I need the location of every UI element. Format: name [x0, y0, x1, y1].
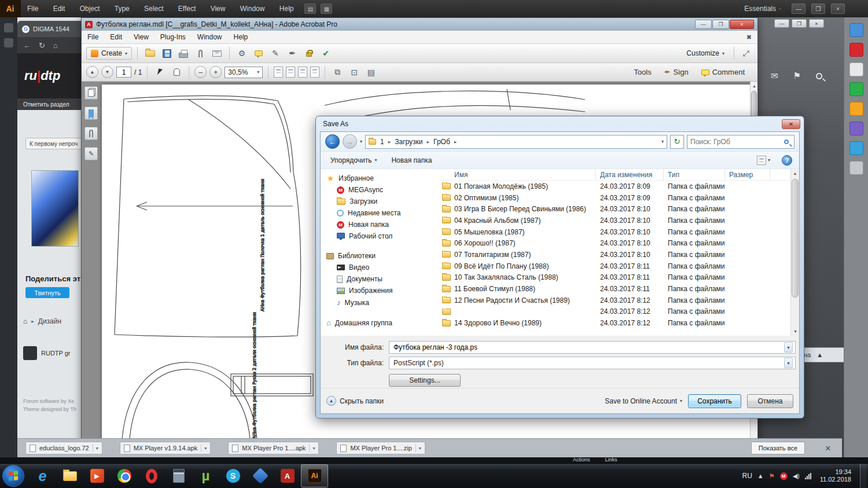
continuous-view-icon[interactable]: [286, 67, 295, 78]
show-desktop-button[interactable]: [860, 464, 867, 488]
sidebar-item-downloads[interactable]: Загрузки: [321, 196, 439, 207]
ai-maximize-button[interactable]: ❐: [811, 3, 825, 14]
sidebar-tool-icon[interactable]: [4, 38, 13, 47]
fit-page-icon[interactable]: [310, 67, 319, 78]
megasync-tray-icon[interactable]: M: [780, 472, 788, 480]
search-input[interactable]: [690, 138, 784, 146]
chevron-down-icon[interactable]: ▾: [415, 444, 421, 452]
home-icon[interactable]: ⌂: [53, 41, 58, 50]
side-tool-icon[interactable]: [849, 122, 863, 135]
acrobat-titlebar[interactable]: A Футболка реглан.mdl [C__grafis_Detki_M…: [82, 18, 757, 31]
settings-button[interactable]: Settings...: [389, 374, 461, 387]
history-chevron-icon[interactable]: ▾: [360, 139, 362, 144]
download-item[interactable]: MX Player Pro 1....apk ▾: [228, 442, 319, 454]
menu-help[interactable]: Help: [228, 33, 254, 41]
column-header-name[interactable]: Имя: [439, 169, 596, 180]
previous-page-icon[interactable]: ▲: [86, 66, 98, 78]
email-icon[interactable]: [210, 46, 224, 60]
flag-icon[interactable]: ⚑: [769, 472, 775, 480]
first-unread-button[interactable]: К первому непроч: [25, 138, 84, 149]
new-folder-button[interactable]: Новая папка: [391, 156, 432, 164]
file-row[interactable]: 04 Красный Альбом (1987)24.03.2017 8:10П…: [439, 215, 790, 226]
scroll-up-icon[interactable]: ▲: [816, 351, 823, 358]
page-number-input[interactable]: [116, 67, 131, 78]
language-indicator[interactable]: RU: [742, 472, 752, 480]
taskbar-ie-icon[interactable]: e: [29, 464, 56, 487]
file-row[interactable]: 01 Поганая Молодёжь (1985)24.03.2017 8:0…: [439, 181, 790, 192]
close-icon[interactable]: ✕: [822, 444, 834, 453]
ai-menu-edit[interactable]: Edit: [47, 0, 72, 17]
two-page-view-icon[interactable]: ⧉: [330, 65, 344, 79]
refresh-icon[interactable]: ↻: [670, 135, 684, 149]
chevron-down-icon[interactable]: ▾: [309, 444, 315, 452]
attachment-icon[interactable]: [193, 46, 207, 60]
file-row[interactable]: 03 Игра В Бисер Перед Свиньями (1986)24.…: [439, 203, 790, 215]
file-row[interactable]: 02 Оптимизм (1985)24.03.2017 8:09Папка с…: [439, 192, 790, 204]
profile-row[interactable]: RUDTP gr: [23, 346, 71, 360]
taskbar-chrome-icon[interactable]: [111, 464, 138, 487]
change-view-button[interactable]: ▾: [757, 156, 770, 165]
help-button[interactable]: ?: [782, 155, 792, 166]
next-page-icon[interactable]: ▼: [101, 66, 113, 78]
file-row[interactable]: 12 Песни Радости И Счастья (1989)24.03.2…: [439, 295, 790, 306]
menubar-close-icon[interactable]: ✖: [741, 34, 757, 41]
side-tool-icon[interactable]: [849, 161, 863, 175]
fullscreen-icon[interactable]: ⤢: [739, 46, 753, 60]
menu-actions[interactable]: Actions: [573, 457, 590, 463]
file-row[interactable]: 14 Здорово И Вечно (1989)24.03.2017 8:12…: [439, 317, 790, 329]
taskbar-acrobat-icon[interactable]: A: [274, 464, 301, 487]
sidebar-group-homegroup[interactable]: ⌂ Домашняя группа: [321, 317, 439, 329]
save-icon[interactable]: [160, 46, 174, 60]
sidebar-item-new-folder[interactable]: M Новая папка: [321, 219, 439, 230]
print-icon[interactable]: [176, 46, 190, 60]
maximize-button[interactable]: ❐: [712, 20, 729, 29]
customize-button[interactable]: Customize ▾: [682, 47, 729, 60]
save-button[interactable]: Сохранить: [688, 394, 741, 408]
taskbar-skype-icon[interactable]: S: [219, 464, 247, 487]
ai-menu-file[interactable]: File: [21, 0, 45, 17]
email-icon[interactable]: ✉: [771, 71, 778, 81]
clock[interactable]: 19:34 11.02.2018: [816, 468, 855, 483]
flag-icon[interactable]: ⚑: [793, 71, 801, 81]
close-icon[interactable]: ✕: [782, 119, 800, 129]
sidebar-group-libraries[interactable]: Библиотеки: [321, 250, 439, 262]
close-button[interactable]: ×: [809, 19, 824, 28]
breadcrumb-design[interactable]: Дизайн: [38, 317, 61, 325]
tab-sign[interactable]: ✒Sign: [664, 68, 689, 76]
fullscreen-mode-icon[interactable]: ⊡: [347, 65, 361, 79]
menu-view[interactable]: View: [128, 33, 155, 41]
file-row[interactable]: 07 Тоталитаризм (1987)24.03.2017 8:10Пап…: [439, 249, 790, 260]
pencil-icon[interactable]: ✎: [269, 46, 282, 60]
side-tool-icon[interactable]: [849, 43, 863, 57]
chevron-down-icon[interactable]: ▾: [93, 444, 98, 452]
sidebar-item-pictures[interactable]: Изображения: [321, 285, 439, 296]
home-icon[interactable]: ⌂: [23, 317, 27, 325]
sidebar-tool-icon[interactable]: [4, 23, 13, 32]
sidebar-item-megasync[interactable]: M MEGAsync: [321, 184, 439, 196]
forward-button[interactable]: →: [343, 134, 357, 149]
ai-menu-help[interactable]: Help: [273, 0, 300, 17]
download-item[interactable]: MX Player Pro 1....zip ▾: [336, 442, 425, 454]
menu-links[interactable]: Links: [605, 457, 617, 463]
zoom-in-icon[interactable]: +: [209, 66, 222, 78]
sidebar-item-desktop[interactable]: Рабочий стол: [321, 230, 439, 242]
breadcrumb-root[interactable]: 1: [378, 137, 387, 146]
network-icon[interactable]: [805, 473, 811, 479]
ai-menu-window[interactable]: Window: [234, 0, 271, 17]
single-page-view-icon[interactable]: [274, 67, 283, 78]
chevron-down-icon[interactable]: ▾: [201, 444, 207, 452]
attachments-icon[interactable]: [84, 127, 98, 140]
breadcrumb-grob[interactable]: ГрОб: [431, 137, 453, 146]
sidebar-item-documents[interactable]: Документы: [321, 273, 439, 285]
filetype-combobox[interactable]: PostScript (*.ps) ▾: [389, 357, 796, 369]
show-hidden-icons[interactable]: ▲: [757, 472, 764, 479]
sidebar-group-favorites[interactable]: ★ Избранное: [321, 173, 439, 184]
file-row[interactable]: 10 Так Закалялась Сталь (1988)24.03.2017…: [439, 272, 790, 284]
signatures-icon[interactable]: ✎: [84, 147, 98, 160]
chevron-down-icon[interactable]: ▾: [784, 342, 793, 353]
file-row[interactable]: 24.03.2017 8:12Папка с файлами: [439, 306, 790, 318]
file-row[interactable]: 05 Мышеловка (1987)24.03.2017 8:10Папка …: [439, 226, 790, 238]
open-icon[interactable]: [143, 46, 157, 60]
search-icon[interactable]: [816, 73, 822, 79]
sign-pen-icon[interactable]: ✒: [285, 46, 299, 60]
